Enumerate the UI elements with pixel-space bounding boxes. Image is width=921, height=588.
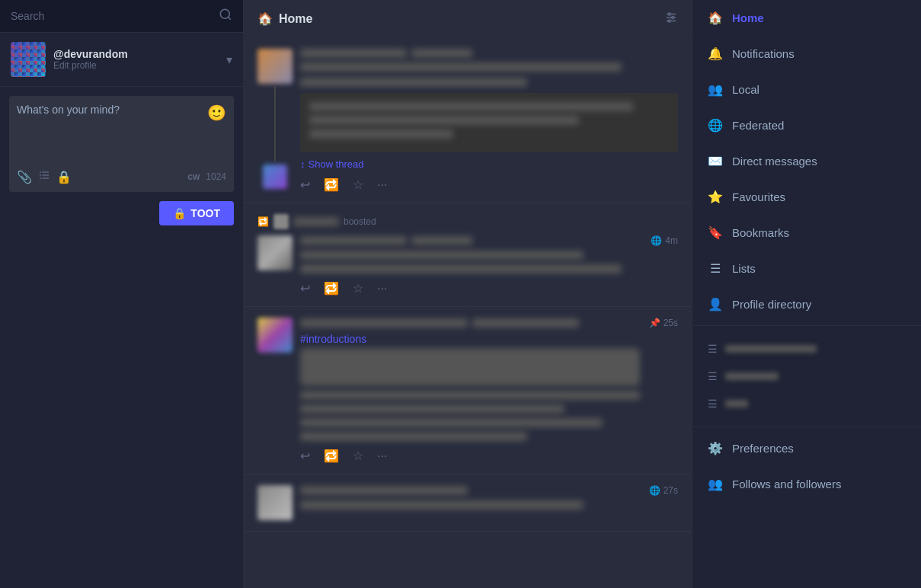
nav-item-lists[interactable]: ☰ Lists xyxy=(692,251,921,286)
local-nav-icon: 👥 xyxy=(708,82,723,97)
profile-info: @devurandom Edit profile xyxy=(53,48,226,71)
nav-item-home[interactable]: 🏠 Home xyxy=(692,0,921,36)
profile-section: @devurandom Edit profile ▾ xyxy=(0,33,243,87)
compose-box: 🙂 📎 🔒 cw 1024 xyxy=(9,96,234,192)
nav-item-notifications[interactable]: 🔔 Notifications xyxy=(692,36,921,72)
post-text-1 xyxy=(300,391,640,400)
show-thread-button[interactable]: ↕ Show thread xyxy=(300,158,678,170)
favourite-button[interactable]: ☆ xyxy=(353,177,363,192)
char-count: 1024 xyxy=(206,171,226,182)
post-header: 📌 25s xyxy=(300,318,678,328)
reply-button[interactable]: ↩ xyxy=(300,177,310,192)
post-card-inner: 📌 25s #introductions ↩ 🔁 ☆ ··· xyxy=(257,318,678,463)
toot-lock-icon: 🔒 xyxy=(173,207,186,219)
show-thread-label: Show thread xyxy=(309,158,364,170)
notifications-nav-icon: 🔔 xyxy=(708,46,723,61)
post-content: 📌 25s #introductions ↩ 🔁 ☆ ··· xyxy=(300,318,678,463)
nav-home-label: Home xyxy=(732,11,764,24)
lock-icon[interactable]: 🔒 xyxy=(56,170,72,184)
svg-rect-7 xyxy=(42,177,49,178)
list-item-1[interactable]: ☰ xyxy=(692,335,921,363)
nav-item-follows-followers[interactable]: 👥 Follows and followers xyxy=(692,466,921,502)
post-text-2 xyxy=(300,264,622,273)
svg-point-0 xyxy=(220,9,229,18)
list-item-label-3 xyxy=(725,400,748,407)
lists-nav-icon: ☰ xyxy=(708,261,723,276)
profile-dir-nav-icon: 👤 xyxy=(708,297,723,312)
post-handle xyxy=(472,318,579,328)
search-icon xyxy=(219,8,232,24)
boost-button[interactable]: 🔁 xyxy=(324,449,339,463)
nav-divider-2 xyxy=(692,427,921,427)
reply-button[interactable]: ↩ xyxy=(300,281,310,296)
boost-button[interactable]: 🔁 xyxy=(324,281,339,296)
post-text-2 xyxy=(300,404,564,414)
list-items-section: ☰ ☰ ☰ xyxy=(692,329,921,423)
edit-profile-link[interactable]: Edit profile xyxy=(53,60,226,71)
avatar xyxy=(11,42,46,77)
post-card: ↕ Show thread ↩ 🔁 ☆ ··· xyxy=(244,38,692,203)
attach-icon[interactable]: 📎 xyxy=(17,170,32,184)
post-handle xyxy=(411,236,472,245)
post-names xyxy=(300,486,468,495)
post-names xyxy=(300,49,472,58)
profile-chevron-icon[interactable]: ▾ xyxy=(226,53,232,67)
post-text-1 xyxy=(300,500,584,510)
nav-item-preferences[interactable]: ⚙️ Preferences xyxy=(692,430,921,466)
list-item-2[interactable]: ☰ xyxy=(692,363,921,390)
svg-rect-5 xyxy=(42,174,49,175)
nav-item-local[interactable]: 👥 Local xyxy=(692,72,921,107)
post-names xyxy=(300,236,472,245)
home-nav-icon: 🏠 xyxy=(708,11,723,25)
nav-lists-label: Lists xyxy=(732,262,756,275)
compose-textarea[interactable] xyxy=(17,104,201,165)
svg-line-1 xyxy=(228,17,230,19)
toot-button[interactable]: 🔒 TOOT xyxy=(159,201,234,225)
list-item-icon-2: ☰ xyxy=(708,370,718,382)
post-header: 🌐 27s xyxy=(300,485,678,496)
nav-bookmarks-label: Bookmarks xyxy=(732,226,789,239)
feed-header: 🏠 Home xyxy=(244,0,692,38)
list-item-icon-3: ☰ xyxy=(708,398,718,410)
list-item-3[interactable]: ☰ xyxy=(692,390,921,417)
search-input[interactable] xyxy=(11,10,219,22)
favourite-button[interactable]: ☆ xyxy=(353,449,363,463)
post-quote xyxy=(300,93,678,152)
post-card: 📌 25s #introductions ↩ 🔁 ☆ ··· xyxy=(244,307,692,475)
more-button[interactable]: ··· xyxy=(377,177,387,192)
show-thread-icon: ↕ xyxy=(300,158,305,170)
nav-item-bookmarks[interactable]: 🔖 Bookmarks xyxy=(692,215,921,251)
list-icon[interactable] xyxy=(38,169,50,184)
favourite-button[interactable]: ☆ xyxy=(353,281,363,296)
more-button[interactable]: ··· xyxy=(377,449,387,463)
post-text-4 xyxy=(300,432,527,441)
reply-button[interactable]: ↩ xyxy=(300,449,310,463)
post-content: 🌐 27s xyxy=(300,485,678,520)
post-actions: ↩ 🔁 ☆ ··· xyxy=(300,449,678,463)
post-text-2 xyxy=(300,78,527,87)
nav-item-favourites[interactable]: ⭐ Favourites xyxy=(692,179,921,215)
follows-nav-icon: 👥 xyxy=(708,477,723,491)
boost-button[interactable]: 🔁 xyxy=(324,177,339,192)
post-header xyxy=(300,49,678,58)
more-button[interactable]: ··· xyxy=(377,281,387,296)
post-tag[interactable]: #introductions xyxy=(300,333,678,345)
post-actions: ↩ 🔁 ☆ ··· xyxy=(300,281,678,296)
post-header: 🌐 4m xyxy=(300,235,678,246)
left-sidebar: @devurandom Edit profile ▾ 🙂 📎 🔒 cw 1024 xyxy=(0,0,244,588)
post-names xyxy=(300,318,579,328)
post-text-3 xyxy=(300,418,603,427)
nav-item-federated[interactable]: 🌐 Federated xyxy=(692,107,921,143)
post-card-inner: 🌐 27s xyxy=(257,485,678,520)
nav-item-direct-messages[interactable]: ✉️ Direct messages xyxy=(692,143,921,179)
svg-point-11 xyxy=(668,13,670,15)
svg-rect-4 xyxy=(40,174,41,175)
cw-button[interactable]: cw xyxy=(187,171,200,182)
post-author xyxy=(300,236,407,245)
boost-name xyxy=(293,217,339,226)
nav-item-profile-directory[interactable]: 👤 Profile directory xyxy=(692,286,921,322)
post-author xyxy=(300,486,468,495)
federated-nav-icon: 🌐 xyxy=(708,118,723,133)
post-actions: ↩ 🔁 ☆ ··· xyxy=(300,177,678,192)
feed-settings-icon[interactable] xyxy=(664,11,678,27)
